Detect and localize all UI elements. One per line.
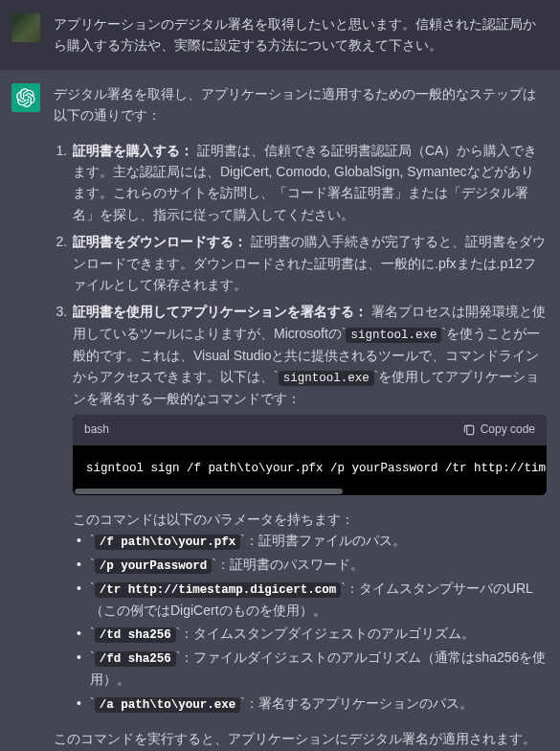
list-item: `/f path\to\your.pfx`：証明書ファイルのパス。: [77, 530, 547, 552]
inline-code: signtool.exe: [346, 328, 441, 343]
svg-rect-0: [466, 425, 473, 434]
clipboard-icon: [462, 423, 476, 437]
param-flag: /td sha256: [95, 627, 176, 643]
param-flag: /p yourPassword: [95, 558, 213, 574]
step-lead: 証明書を使用してアプリケーションを署名する：: [73, 304, 368, 319]
step-item: 証明書をダウンロードする： 証明書の購入手続きが完了すると、証明書をダウンロード…: [71, 231, 547, 295]
copy-label: Copy code: [481, 421, 535, 439]
params-list: `/f path\to\your.pfx`：証明書ファイルのパス。 `/p yo…: [77, 530, 547, 715]
intro-text: デジタル署名を取得し、アプリケーションに適用するための一般的なステップは以下の通…: [54, 83, 547, 126]
step-lead: 証明書を購入する：: [73, 143, 193, 158]
list-item: `/p yourPassword`：証明書のパスワード。: [77, 554, 547, 576]
param-desc: `：タイムスタンプダイジェストのアルゴリズム。: [176, 626, 476, 641]
copy-code-button[interactable]: Copy code: [462, 421, 535, 439]
assistant-content: デジタル署名を取得し、アプリケーションに適用するための一般的なステップは以下の通…: [54, 83, 547, 751]
assistant-message: デジタル署名を取得し、アプリケーションに適用するための一般的なステップは以下の通…: [0, 70, 560, 751]
assistant-avatar: [11, 83, 40, 112]
scrollbar-thumb[interactable]: [75, 489, 343, 494]
inline-code: signtool.exe: [279, 371, 374, 386]
step-item: 証明書を購入する： 証明書は、信頼できる証明書認証局（CA）から購入できます。主…: [71, 140, 547, 226]
list-item: `/td sha256`：タイムスタンプダイジェストのアルゴリズム。: [77, 623, 547, 645]
list-item: `/a path\to\your.exe`：署名するアプリケーションのパス。: [77, 693, 547, 715]
outro-text: このコマンドを実行すると、アプリケーションにデジタル署名が適用されます。これによ…: [54, 728, 547, 751]
param-flag: /f path\to\your.pfx: [95, 535, 241, 550]
list-item: `/fd sha256`：ファイルダイジェストのアルゴリズム（通常はsha256…: [77, 647, 547, 690]
param-flag: /tr http://timestamp.digicert.com: [95, 582, 342, 598]
params-intro: このコマンドは以下のパラメータを持ちます：: [73, 512, 354, 527]
step-item: 証明書を使用してアプリケーションを署名する： 署名プロセスは開発環境と使用してい…: [71, 301, 547, 715]
user-text: アプリケーションのデジタル署名を取得したいと思います。信頼された認証局から購入す…: [54, 16, 536, 53]
param-flag: /a path\to\your.exe: [95, 697, 241, 713]
user-avatar: [11, 13, 40, 42]
param-desc: `：証明書のパスワード。: [212, 557, 364, 572]
code-header: bash Copy code: [73, 415, 547, 444]
steps-list: 証明書を購入する： 証明書は、信頼できる証明書認証局（CA）から購入できます。主…: [71, 140, 547, 715]
code-lang: bash: [84, 421, 109, 439]
list-item: `/tr http://timestamp.digicert.com`：タイムス…: [77, 578, 547, 621]
code-block: bash Copy code signtool sign /f path\to\…: [73, 415, 547, 494]
openai-icon: [16, 88, 35, 107]
param-desc: `：証明書ファイルのパス。: [240, 533, 406, 548]
step-lead: 証明書をダウンロードする：: [73, 234, 247, 249]
user-content: アプリケーションのデジタル署名を取得したいと思います。信頼された認証局から購入す…: [54, 13, 547, 57]
scrollbar-track[interactable]: [73, 488, 547, 495]
param-flag: /fd sha256: [95, 651, 176, 667]
user-message: アプリケーションのデジタル署名を取得したいと思います。信頼された認証局から購入す…: [0, 0, 560, 70]
param-desc: `：署名するアプリケーションのパス。: [240, 695, 473, 711]
